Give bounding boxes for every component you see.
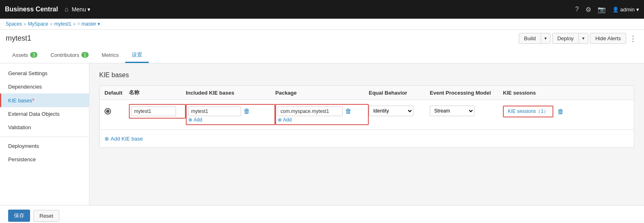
header-actions: Build ▾ Deploy ▾ Hide Alerts ⋮	[519, 33, 638, 44]
package-highlighted: 🗑 ⊕ Add	[275, 104, 369, 125]
tab-assets[interactable]: Assets 3	[6, 48, 44, 63]
name-highlighted	[129, 104, 186, 119]
equal-behavior-select[interactable]: Identity Equality	[369, 106, 413, 116]
col-header-equal: Equal Behavior	[369, 90, 430, 96]
tab-metrics[interactable]: Metrics	[95, 48, 125, 63]
footer: 保存 Reset	[0, 205, 644, 223]
page-header: mytest1 Build ▾ Deploy ▾ Hide Alerts ⋮ A…	[0, 30, 644, 63]
sidebar-divider	[0, 136, 89, 137]
event-processing-col: Stream Cloud	[430, 104, 503, 116]
tab-contributors[interactable]: Contributors 1	[44, 48, 95, 63]
included-add-label: Add	[194, 117, 202, 123]
reset-button[interactable]: Reset	[33, 210, 59, 222]
col-header-sessions: KIE sessions	[503, 90, 629, 96]
included-input[interactable]	[188, 106, 241, 116]
package-input[interactable]	[278, 106, 343, 116]
build-button[interactable]: Build	[519, 33, 541, 43]
breadcrumb-sep1: »	[24, 21, 26, 27]
package-add-label: Add	[283, 117, 292, 123]
deploy-dropdown-button[interactable]: ▾	[579, 33, 588, 43]
col-header-event: Event Processing Model	[430, 90, 503, 96]
sidebar-item-deployments-label: Deployments	[8, 143, 39, 149]
included-delete-button[interactable]: 🗑	[243, 107, 251, 115]
table-row: 🗑 ⊕ Add 🗑	[100, 100, 634, 130]
sidebar: General Settings Dependencies KIE bases*…	[0, 63, 89, 205]
deploy-button[interactable]: Deploy	[553, 33, 579, 43]
included-col: 🗑 ⊕ Add	[186, 104, 275, 125]
kie-bases-asterisk: *	[32, 97, 34, 104]
table-header: Default 名称 Included KIE bases Package Eq…	[100, 86, 634, 100]
included-highlighted: 🗑 ⊕ Add	[186, 104, 275, 125]
page-title: mytest1	[6, 34, 31, 43]
brand-title: Business Central	[5, 6, 58, 13]
breadcrumb-myspace[interactable]: MySpace	[28, 21, 48, 27]
breadcrumb-sep3: »	[73, 21, 76, 27]
col-header-name: 名称	[129, 89, 186, 96]
sidebar-item-external-data-objects-label: External Data Objects	[8, 111, 59, 117]
sidebar-item-persistence[interactable]: Persistence	[0, 153, 89, 166]
sidebar-item-dependencies-label: Dependencies	[8, 84, 42, 90]
kie-sessions-button[interactable]: KIE sessions（1）	[503, 106, 553, 117]
build-dropdown-button[interactable]: ▾	[541, 33, 550, 43]
save-button[interactable]: 保存	[8, 210, 30, 222]
tab-assets-label: Assets	[12, 52, 28, 58]
sidebar-item-dependencies[interactable]: Dependencies	[0, 80, 89, 93]
help-icon[interactable]: ?	[575, 6, 579, 13]
kie-bases-table: Default 名称 Included KIE bases Package Eq…	[99, 85, 634, 148]
user-menu[interactable]: 👤 admin ▾	[612, 6, 639, 13]
branch-icon: ⑂	[77, 21, 80, 27]
more-actions-button[interactable]: ⋮	[628, 34, 638, 43]
add-kie-base-label: Add KIE base	[111, 136, 143, 142]
tab-settings-label: 设置	[132, 51, 142, 58]
sidebar-item-external-data-objects[interactable]: External Data Objects	[0, 107, 89, 121]
equal-behavior-col: Identity Equality	[369, 104, 430, 116]
sessions-row-delete-button[interactable]: 🗑	[557, 108, 565, 116]
topbar-actions: ? ⚙ 📷 👤 admin ▾	[575, 6, 639, 13]
name-col	[129, 104, 186, 119]
default-radio[interactable]	[104, 108, 111, 115]
package-col: 🗑 ⊕ Add	[275, 104, 369, 125]
section-title: KIE bases	[99, 71, 634, 79]
sidebar-item-validation[interactable]: Validation	[0, 121, 89, 134]
col-header-included: Included KIE bases	[186, 90, 275, 96]
sidebar-item-validation-label: Validation	[8, 124, 31, 130]
sessions-col: KIE sessions（1） 🗑	[503, 104, 629, 117]
package-add-link[interactable]: ⊕ Add	[278, 117, 366, 123]
home-icon[interactable]: ⌂	[65, 6, 69, 13]
sidebar-item-kie-bases[interactable]: KIE bases*	[0, 93, 89, 107]
settings-icon[interactable]: ⚙	[585, 6, 591, 13]
breadcrumb-branch[interactable]: ⑂ master ▾	[77, 21, 100, 27]
sidebar-item-general-settings-label: General Settings	[8, 70, 48, 76]
breadcrumb-sep2: »	[50, 21, 53, 27]
tab-settings[interactable]: 设置	[125, 48, 149, 63]
radio-inner	[106, 110, 109, 113]
included-input-row: 🗑	[188, 106, 273, 116]
event-processing-select[interactable]: Stream Cloud	[430, 106, 474, 116]
col-header-package: Package	[275, 90, 369, 96]
breadcrumb-spaces[interactable]: Spaces	[6, 21, 22, 27]
breadcrumb: Spaces » MySpace » mytest1 » ⑂ master ▾	[0, 19, 644, 30]
deploy-split-button: Deploy ▾	[552, 33, 588, 44]
breadcrumb-mytest1[interactable]: mytest1	[54, 21, 71, 27]
main-layout: General Settings Dependencies KIE bases*…	[0, 63, 644, 205]
sidebar-item-kie-bases-label: KIE bases	[8, 97, 32, 104]
content-area: KIE bases Default 名称 Included KIE bases …	[89, 63, 644, 205]
package-input-row: 🗑	[278, 106, 366, 116]
tab-contributors-label: Contributors	[50, 52, 79, 58]
tab-assets-badge: 3	[30, 52, 37, 58]
sidebar-item-general-settings[interactable]: General Settings	[0, 67, 89, 80]
menu-button[interactable]: Menu ▾	[72, 6, 90, 13]
name-input[interactable]	[131, 106, 176, 116]
included-add-link[interactable]: ⊕ Add	[188, 117, 273, 123]
add-kie-base-icon: ⊕	[104, 136, 109, 142]
hide-alerts-button[interactable]: Hide Alerts	[590, 33, 626, 44]
camera-icon[interactable]: 📷	[598, 6, 606, 13]
package-delete-button[interactable]: 🗑	[344, 107, 352, 115]
sidebar-item-persistence-label: Persistence	[8, 156, 36, 162]
topbar: Business Central ⌂ Menu ▾ ? ⚙ 📷 👤 admin …	[0, 0, 644, 19]
add-kie-base-row[interactable]: ⊕ Add KIE base	[100, 130, 634, 147]
included-add-icon: ⊕	[188, 117, 192, 123]
user-label: admin	[620, 6, 635, 13]
tab-metrics-label: Metrics	[102, 52, 119, 58]
sidebar-item-deployments[interactable]: Deployments	[0, 139, 89, 153]
